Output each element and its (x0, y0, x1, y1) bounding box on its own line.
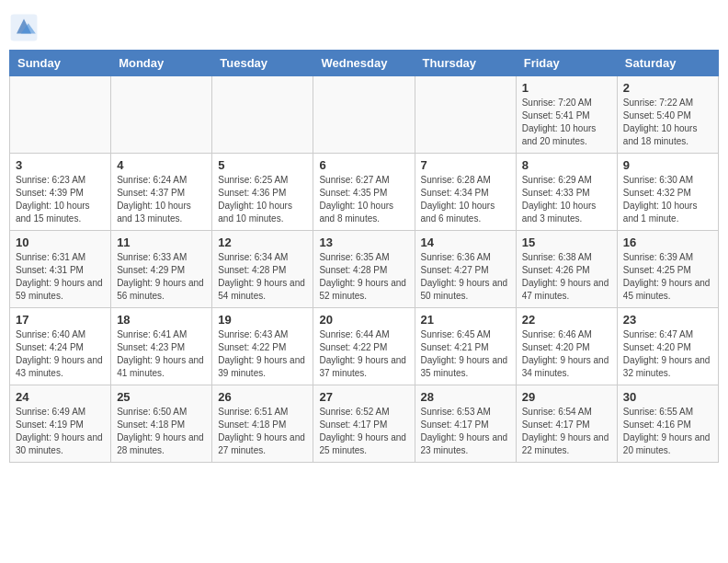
day-number: 2 (623, 81, 712, 95)
calendar-cell: 18Sunrise: 6:41 AM Sunset: 4:23 PM Dayli… (111, 308, 212, 385)
day-number: 26 (218, 390, 307, 404)
calendar-week-3: 10Sunrise: 6:31 AM Sunset: 4:31 PM Dayli… (10, 231, 719, 308)
day-number: 30 (623, 390, 712, 404)
calendar-cell: 25Sunrise: 6:50 AM Sunset: 4:18 PM Dayli… (111, 385, 212, 463)
calendar-cell: 26Sunrise: 6:51 AM Sunset: 4:18 PM Dayli… (212, 385, 313, 463)
header-wednesday: Wednesday (313, 51, 415, 76)
day-number: 8 (522, 158, 611, 172)
logo (9, 13, 42, 42)
header-sunday: Sunday (10, 51, 111, 76)
day-number: 3 (16, 158, 105, 172)
day-number: 12 (218, 236, 307, 249)
calendar-body: 1Sunrise: 7:20 AM Sunset: 5:41 PM Daylig… (10, 76, 719, 463)
day-detail: Sunrise: 6:34 AM Sunset: 4:28 PM Dayligh… (218, 251, 307, 303)
calendar-cell: 23Sunrise: 6:47 AM Sunset: 4:20 PM Dayli… (617, 308, 718, 385)
day-number: 5 (218, 158, 307, 172)
calendar-cell: 15Sunrise: 6:38 AM Sunset: 4:26 PM Dayli… (516, 231, 617, 308)
day-detail: Sunrise: 6:51 AM Sunset: 4:18 PM Dayligh… (218, 406, 307, 457)
day-number: 28 (421, 390, 510, 404)
header-monday: Monday (111, 51, 212, 76)
day-detail: Sunrise: 6:45 AM Sunset: 4:21 PM Dayligh… (421, 328, 510, 380)
day-detail: Sunrise: 6:55 AM Sunset: 4:16 PM Dayligh… (623, 406, 712, 457)
calendar-cell: 6Sunrise: 6:27 AM Sunset: 4:35 PM Daylig… (313, 154, 415, 231)
day-detail: Sunrise: 6:28 AM Sunset: 4:34 PM Dayligh… (421, 174, 510, 225)
day-detail: Sunrise: 6:41 AM Sunset: 4:23 PM Dayligh… (117, 328, 206, 380)
day-detail: Sunrise: 6:43 AM Sunset: 4:22 PM Dayligh… (218, 328, 307, 380)
day-number: 25 (117, 390, 206, 404)
day-detail: Sunrise: 6:35 AM Sunset: 4:28 PM Dayligh… (319, 251, 408, 303)
day-detail: Sunrise: 6:47 AM Sunset: 4:20 PM Dayligh… (623, 328, 712, 380)
calendar-cell: 4Sunrise: 6:24 AM Sunset: 4:37 PM Daylig… (111, 154, 212, 231)
day-detail: Sunrise: 6:31 AM Sunset: 4:31 PM Dayligh… (16, 251, 105, 303)
day-number: 10 (16, 236, 105, 249)
day-detail: Sunrise: 6:54 AM Sunset: 4:17 PM Dayligh… (522, 406, 611, 457)
calendar-cell: 20Sunrise: 6:44 AM Sunset: 4:22 PM Dayli… (313, 308, 415, 385)
calendar-cell: 16Sunrise: 6:39 AM Sunset: 4:25 PM Dayli… (617, 231, 718, 308)
calendar-cell: 22Sunrise: 6:46 AM Sunset: 4:20 PM Dayli… (516, 308, 617, 385)
calendar-cell: 24Sunrise: 6:49 AM Sunset: 4:19 PM Dayli… (10, 385, 111, 463)
calendar-cell (313, 76, 415, 154)
day-detail: Sunrise: 6:27 AM Sunset: 4:35 PM Dayligh… (319, 174, 408, 225)
header-friday: Friday (516, 51, 617, 76)
day-detail: Sunrise: 7:20 AM Sunset: 5:41 PM Dayligh… (522, 97, 611, 148)
calendar-cell: 27Sunrise: 6:52 AM Sunset: 4:17 PM Dayli… (313, 385, 415, 463)
day-detail: Sunrise: 6:38 AM Sunset: 4:26 PM Dayligh… (522, 251, 611, 303)
day-number: 16 (623, 236, 712, 249)
calendar-header-row: SundayMondayTuesdayWednesdayThursdayFrid… (10, 51, 719, 76)
header-tuesday: Tuesday (212, 51, 313, 76)
calendar-cell (111, 76, 212, 154)
day-number: 21 (421, 313, 510, 327)
calendar-cell: 19Sunrise: 6:43 AM Sunset: 4:22 PM Dayli… (212, 308, 313, 385)
day-number: 14 (421, 236, 510, 249)
day-number: 19 (218, 313, 307, 327)
day-number: 24 (16, 390, 105, 404)
calendar-cell (415, 76, 516, 154)
calendar-week-2: 3Sunrise: 6:23 AM Sunset: 4:39 PM Daylig… (10, 154, 719, 231)
day-detail: Sunrise: 6:39 AM Sunset: 4:25 PM Dayligh… (623, 251, 712, 303)
day-detail: Sunrise: 6:29 AM Sunset: 4:33 PM Dayligh… (522, 174, 611, 225)
day-number: 23 (623, 313, 712, 327)
day-detail: Sunrise: 6:23 AM Sunset: 4:39 PM Dayligh… (16, 174, 105, 225)
calendar-cell: 17Sunrise: 6:40 AM Sunset: 4:24 PM Dayli… (10, 308, 111, 385)
calendar-cell: 12Sunrise: 6:34 AM Sunset: 4:28 PM Dayli… (212, 231, 313, 308)
day-number: 29 (522, 390, 611, 404)
day-detail: Sunrise: 6:50 AM Sunset: 4:18 PM Dayligh… (117, 406, 206, 457)
calendar-cell: 5Sunrise: 6:25 AM Sunset: 4:36 PM Daylig… (212, 154, 313, 231)
day-number: 18 (117, 313, 206, 327)
logo-icon (9, 13, 39, 42)
calendar-cell (10, 76, 111, 154)
calendar-cell: 9Sunrise: 6:30 AM Sunset: 4:32 PM Daylig… (617, 154, 718, 231)
header-thursday: Thursday (415, 51, 516, 76)
day-number: 20 (319, 313, 408, 327)
calendar-week-1: 1Sunrise: 7:20 AM Sunset: 5:41 PM Daylig… (10, 76, 719, 154)
calendar-cell: 3Sunrise: 6:23 AM Sunset: 4:39 PM Daylig… (10, 154, 111, 231)
calendar-cell: 21Sunrise: 6:45 AM Sunset: 4:21 PM Dayli… (415, 308, 516, 385)
day-number: 4 (117, 158, 206, 172)
day-detail: Sunrise: 6:36 AM Sunset: 4:27 PM Dayligh… (421, 251, 510, 303)
day-number: 11 (117, 236, 206, 249)
calendar-cell: 10Sunrise: 6:31 AM Sunset: 4:31 PM Dayli… (10, 231, 111, 308)
day-number: 13 (319, 236, 408, 249)
day-number: 7 (421, 158, 510, 172)
day-detail: Sunrise: 6:24 AM Sunset: 4:37 PM Dayligh… (117, 174, 206, 225)
day-detail: Sunrise: 6:33 AM Sunset: 4:29 PM Dayligh… (117, 251, 206, 303)
day-detail: Sunrise: 6:46 AM Sunset: 4:20 PM Dayligh… (522, 328, 611, 380)
day-detail: Sunrise: 6:44 AM Sunset: 4:22 PM Dayligh… (319, 328, 408, 380)
calendar-cell: 1Sunrise: 7:20 AM Sunset: 5:41 PM Daylig… (516, 76, 617, 154)
day-number: 27 (319, 390, 408, 404)
day-number: 17 (16, 313, 105, 327)
day-number: 22 (522, 313, 611, 327)
day-detail: Sunrise: 7:22 AM Sunset: 5:40 PM Dayligh… (623, 97, 712, 148)
calendar-cell: 11Sunrise: 6:33 AM Sunset: 4:29 PM Dayli… (111, 231, 212, 308)
header-saturday: Saturday (617, 51, 718, 76)
day-detail: Sunrise: 6:52 AM Sunset: 4:17 PM Dayligh… (319, 406, 408, 457)
calendar-cell: 13Sunrise: 6:35 AM Sunset: 4:28 PM Dayli… (313, 231, 415, 308)
calendar-cell (212, 76, 313, 154)
calendar-table: SundayMondayTuesdayWednesdayThursdayFrid… (9, 50, 719, 463)
day-number: 1 (522, 81, 611, 95)
calendar-cell: 30Sunrise: 6:55 AM Sunset: 4:16 PM Dayli… (617, 385, 718, 463)
day-detail: Sunrise: 6:40 AM Sunset: 4:24 PM Dayligh… (16, 328, 105, 380)
calendar-cell: 28Sunrise: 6:53 AM Sunset: 4:17 PM Dayli… (415, 385, 516, 463)
calendar-week-5: 24Sunrise: 6:49 AM Sunset: 4:19 PM Dayli… (10, 385, 719, 463)
day-number: 9 (623, 158, 712, 172)
